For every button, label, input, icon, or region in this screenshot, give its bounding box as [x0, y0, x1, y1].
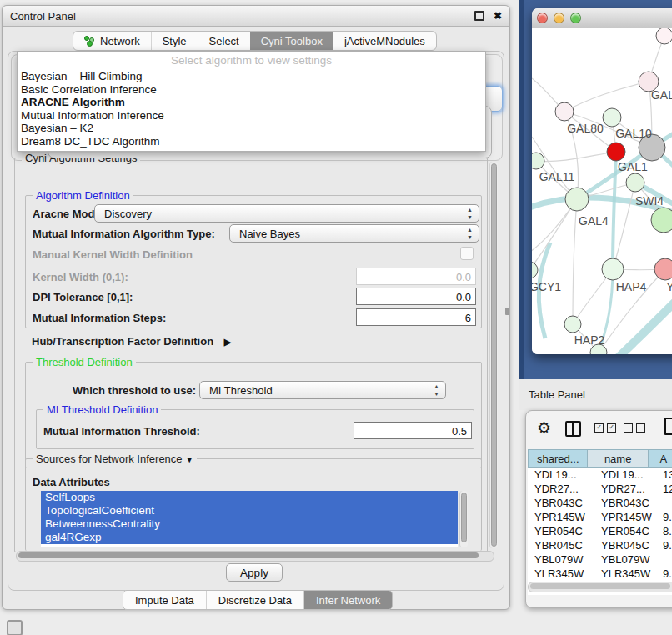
attribute-item-topologicalcoefficient[interactable]: TopologicalCoefficient	[41, 504, 458, 518]
table-row[interactable]: YBL079WYBL079W	[528, 552, 672, 567]
minimize-traffic-light-icon[interactable]	[554, 12, 564, 23]
threshold-definition-title: Threshold Definition	[33, 356, 136, 368]
network-edge	[613, 182, 635, 269]
mi-algorithm-type-label: Mutual Information Algorithm Type:	[33, 228, 215, 240]
bottom-tab-discretize-data[interactable]: Discretize Data	[206, 591, 303, 609]
network-node[interactable]	[565, 188, 589, 211]
network-node[interactable]	[656, 28, 672, 44]
kernel-width-input[interactable]: 0.0	[356, 268, 476, 285]
tab-jactivemnodules[interactable]: jActiveMNodules	[333, 32, 436, 50]
mi-algorithm-type-select[interactable]: Naive Bayes ▲▼	[229, 224, 479, 242]
checked-box-icon[interactable]: ✓	[607, 423, 616, 432]
dpi-tolerance-input[interactable]: 0.0	[356, 288, 476, 305]
node-label-gal11: GAL11	[539, 170, 575, 183]
table-panel-bar: Table Panel	[519, 379, 672, 410]
close-icon[interactable]: ✖	[494, 11, 502, 21]
sources-group-title[interactable]: Sources for Network Inference ▼	[33, 452, 197, 465]
algorithm-option-basic-correlation-inference[interactable]: Basic Correlation Inference	[18, 83, 485, 97]
sources-title-text: Sources for Network Inference	[36, 452, 183, 465]
unchecked-box-icon[interactable]	[636, 423, 645, 432]
network-node[interactable]	[603, 108, 621, 127]
control-panel-titlebar[interactable]: Control Panel ✖	[3, 6, 509, 27]
algorithm-option-bayesian-k2[interactable]: Bayesian – K2	[18, 122, 485, 135]
unchecked-box-icon[interactable]	[624, 423, 633, 432]
column-header-a[interactable]: A	[649, 449, 672, 468]
split-columns-icon[interactable]	[565, 421, 581, 437]
stepper-arrows-icon: ▲▼	[467, 226, 473, 241]
table-hscrollbar[interactable]	[528, 582, 672, 592]
apply-button[interactable]: Apply	[226, 563, 283, 582]
tab-cyni-toolbox[interactable]: Cyni Toolbox	[250, 32, 333, 50]
panel-divider-handle[interactable]	[505, 308, 509, 315]
algorithm-option-dream8-dc-tdc-algorithm[interactable]: Dream8 DC_TDC Algorithm	[18, 135, 485, 148]
table-cell: 13	[659, 468, 672, 482]
algorithm-option-aracne-algorithm[interactable]: ARACNE Algorithm	[18, 96, 485, 109]
settings-scrollbar[interactable]	[489, 162, 498, 548]
mi-threshold-group-title: MI Threshold Definition	[43, 403, 161, 416]
network-node[interactable]	[626, 173, 644, 192]
table-row[interactable]: YPR145WYPR145W9.	[528, 510, 672, 524]
table-row[interactable]: YDR27...YDR27...12	[528, 482, 672, 496]
table-cell: YPR145W	[594, 510, 659, 524]
attribute-item-gal4rgexp[interactable]: gal4RGexp	[41, 531, 458, 544]
bottom-tab-infer-network[interactable]: Infer Network	[303, 591, 392, 609]
network-node[interactable]	[651, 208, 672, 232]
table-cell: YER054C	[594, 524, 659, 538]
network-edge	[573, 199, 577, 324]
close-traffic-light-icon[interactable]	[537, 12, 548, 23]
data-attributes-list[interactable]: SelfLoopsTopologicalCoefficientBetweenne…	[41, 491, 458, 548]
network-node[interactable]	[654, 258, 672, 280]
algorithm-option-mutual-information-inference[interactable]: Mutual Information Inference	[18, 109, 485, 122]
mi-threshold-label: Mutual Information Threshold:	[43, 425, 200, 438]
kernel-width-label: Kernel Width (0,1):	[33, 271, 128, 283]
stepper-arrows-icon: ▲▼	[467, 206, 473, 221]
network-icon	[84, 36, 95, 47]
node-label-gal80: GAL80	[567, 122, 604, 135]
node-label-gal4: GAL4	[579, 214, 609, 228]
which-threshold-select[interactable]: MI Threshold ▲▼	[199, 381, 446, 399]
algorithm-dropdown-list: Bayesian – Hill ClimbingBasic Correlatio…	[18, 70, 485, 148]
mi-threshold-input[interactable]: 0.5	[354, 422, 472, 439]
network-node[interactable]	[602, 258, 624, 280]
tab-style[interactable]: Style	[151, 32, 198, 50]
minimized-panel-icon[interactable]	[7, 620, 23, 635]
bottom-tab-impute-data[interactable]: Impute Data	[123, 591, 206, 609]
table-cell	[659, 496, 672, 510]
algorithm-option-bayesian-hill-climbing[interactable]: Bayesian – Hill Climbing	[18, 70, 485, 83]
network-node[interactable]	[532, 262, 538, 278]
network-node[interactable]	[555, 102, 574, 121]
table-row[interactable]: YER054CYER054C8.	[528, 524, 672, 538]
which-threshold-value: MI Threshold	[209, 384, 273, 397]
table-row[interactable]: YBR043CYBR043C	[528, 496, 672, 510]
network-canvas[interactable]: GALGAL80GAL10GAL1GAL11GAL4SWI4GCY1HAP4YH…	[532, 28, 672, 354]
hub-factor-label: Hub/Transcription Factor Definition	[32, 335, 213, 348]
gear-icon[interactable]: ⚙	[537, 418, 551, 438]
settings-hscrollbar[interactable]	[16, 551, 494, 562]
network-view-window[interactable]: GALGAL80GAL10GAL1GAL11GAL4SWI4GCY1HAP4YH…	[532, 8, 672, 354]
network-edge	[613, 152, 616, 269]
table-doc-icon[interactable]	[664, 418, 672, 435]
attribute-item-betweennesscentrality[interactable]: BetweennessCentrality	[41, 518, 458, 531]
table-row[interactable]: YBR045CYBR045C9.	[528, 538, 672, 552]
checked-box-icon[interactable]: ✓	[594, 423, 604, 432]
tab-network[interactable]: Network	[73, 32, 151, 50]
hub-factor-section-toggle[interactable]: Hub/Transcription Factor Definition ▶	[32, 335, 231, 348]
attribute-item-selfloops[interactable]: SelfLoops	[41, 491, 458, 504]
float-window-icon[interactable]	[474, 11, 484, 21]
table-cell: YBL079W	[594, 552, 659, 567]
table-row[interactable]: YLR345WYLR345W9.	[528, 567, 672, 581]
column-header-shared[interactable]: shared...	[528, 449, 588, 468]
tab-select[interactable]: Select	[198, 32, 250, 50]
network-node[interactable]	[532, 152, 544, 169]
network-node[interactable]	[564, 316, 581, 332]
network-window-titlebar[interactable]	[532, 8, 672, 28]
zoom-traffic-light-icon[interactable]	[570, 12, 581, 23]
table-row[interactable]: YDL19...YDL19...13	[528, 468, 672, 482]
network-node[interactable]	[607, 142, 625, 161]
mi-steps-input[interactable]: 6	[356, 308, 476, 326]
table-cell: YLR345W	[594, 567, 659, 581]
manual-kernel-checkbox[interactable]	[460, 247, 474, 260]
attributes-scrollbar[interactable]	[459, 491, 468, 548]
column-header-name[interactable]: name	[588, 449, 648, 468]
aracne-mode-select[interactable]: Discovery ▲▼	[94, 204, 479, 222]
